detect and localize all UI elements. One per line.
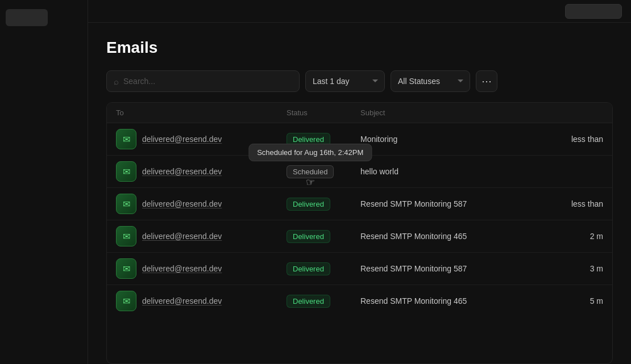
sidebar [0,0,88,364]
status-tooltip-wrapper: Scheduled for Aug 16th, 2:42PM Scheduled… [287,165,334,178]
status-filter-select[interactable]: All StatusesDeliveredBouncedScheduledOpe… [391,70,470,92]
cell-time: less than [538,188,613,220]
email-icon: ✉ [123,134,130,145]
email-address: delivered@resend.dev [142,199,222,208]
table-row[interactable]: ✉ delivered@resend.dev Scheduled for Aug… [107,156,612,188]
email-table: To Status Subject ✉ delivered@resend.dev… [107,103,612,317]
email-icon-box: ✉ [116,194,136,214]
cell-status: Scheduled for Aug 16th, 2:42PM Scheduled… [277,156,351,188]
cell-subject: Resend SMTP Monitoring 587 [351,253,538,285]
cell-to: ✉ delivered@resend.dev [107,285,277,317]
email-address: delivered@resend.dev [142,135,222,144]
search-icon: ⌕ [114,77,119,86]
cell-status: Delivered [277,285,351,317]
email-to-wrapper: ✉ delivered@resend.dev [116,258,268,279]
status-badge: Delivered [287,230,330,243]
cell-status: Delivered [277,220,351,253]
search-wrapper: ⌕ [106,70,300,92]
email-icon: ✉ [123,199,130,210]
email-to-wrapper: ✉ delivered@resend.dev [116,226,268,246]
cell-to: ✉ delivered@resend.dev [107,156,277,188]
email-to-wrapper: ✉ delivered@resend.dev [116,129,268,149]
email-address: delivered@resend.dev [142,232,222,241]
col-header-subject: Subject [351,103,538,123]
cell-to: ✉ delivered@resend.dev [107,220,277,253]
col-header-to: To [107,103,277,123]
email-to-wrapper: ✉ delivered@resend.dev [116,161,268,182]
col-header-time [538,103,613,123]
email-icon: ✉ [123,263,130,274]
extra-filter-button[interactable]: ⋯ [476,70,497,92]
topbar-action-button[interactable] [565,4,622,19]
table-header: To Status Subject [107,103,612,123]
table-row[interactable]: ✉ delivered@resend.dev DeliveredResend S… [107,188,612,220]
cell-subject: Resend SMTP Monitoring 465 [351,285,538,317]
email-table-container: To Status Subject ✉ delivered@resend.dev… [106,102,613,364]
cell-status: Delivered [277,253,351,285]
col-header-status: Status [277,103,351,123]
email-address: delivered@resend.dev [142,296,222,306]
cell-time: 2 m [538,220,613,253]
topbar [88,0,631,23]
cell-time: less than [538,123,613,156]
table-row[interactable]: ✉ delivered@resend.dev DeliveredResend S… [107,253,612,285]
email-address: delivered@resend.dev [142,167,222,176]
cell-time: 5 m [538,285,613,317]
sidebar-logo [6,9,48,26]
cell-status: Delivered [277,123,351,156]
cell-subject: Resend SMTP Monitoring 465 [351,220,538,253]
cell-to: ✉ delivered@resend.dev [107,188,277,220]
filters-row: ⌕ Last 1 hourLast 1 dayLast 7 daysLast 3… [106,70,613,92]
email-icon: ✉ [123,231,130,242]
cell-to: ✉ delivered@resend.dev [107,253,277,285]
time-range-select[interactable]: Last 1 hourLast 1 dayLast 7 daysLast 30 … [305,70,385,92]
table-body: ✉ delivered@resend.dev DeliveredMonitori… [107,123,612,317]
email-icon: ✉ [123,166,130,177]
email-to-wrapper: ✉ delivered@resend.dev [116,291,268,311]
page-title: Emails [106,39,613,57]
status-badge: Delivered [287,133,330,146]
search-input[interactable] [123,77,292,86]
main-content: Emails ⌕ Last 1 hourLast 1 dayLast 7 day… [88,0,631,364]
table-row[interactable]: ✉ delivered@resend.dev DeliveredResend S… [107,285,612,317]
email-icon-box: ✉ [116,129,136,149]
status-badge: Delivered [287,198,330,211]
cell-time: 3 m [538,253,613,285]
status-badge: Delivered [287,262,330,275]
table-row[interactable]: ✉ delivered@resend.dev DeliveredResend S… [107,220,612,253]
email-icon-box: ✉ [116,291,136,311]
email-icon: ✉ [123,296,130,307]
status-badge: Delivered [287,295,330,308]
cell-subject: Monitoring [351,123,538,156]
table-row[interactable]: ✉ delivered@resend.dev DeliveredMonitori… [107,123,612,156]
cursor-icon: ☞ [306,176,315,189]
cell-time [538,156,613,188]
email-icon-box: ✉ [116,226,136,246]
email-to-wrapper: ✉ delivered@resend.dev [116,194,268,214]
cell-to: ✉ delivered@resend.dev [107,123,277,156]
email-address: delivered@resend.dev [142,264,222,273]
content-area: Emails ⌕ Last 1 hourLast 1 dayLast 7 day… [88,23,631,364]
cell-subject: Resend SMTP Monitoring 587 [351,188,538,220]
cell-subject: hello world [351,156,538,188]
email-icon-box: ✉ [116,161,136,182]
email-icon-box: ✉ [116,258,136,279]
cell-status: Delivered [277,188,351,220]
